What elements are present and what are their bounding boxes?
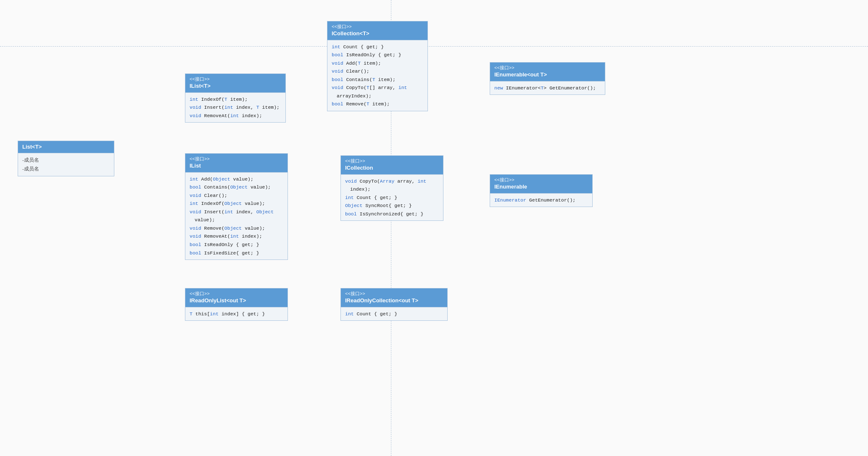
member: value); — [190, 216, 283, 224]
member: T this[int index] { get; } — [190, 310, 283, 318]
member: int Count { get; } — [345, 310, 443, 318]
box-icollection-t-body: int Count { get; } bool IsReadOnly { get… — [327, 40, 427, 111]
member: int Add(Object value); — [190, 175, 283, 183]
member: void Insert(int index, T item); — [190, 103, 281, 112]
box-ireadonlylist-t-header: <<接口>> IReadOnlyList<out T> — [185, 288, 288, 307]
member: bool IsReadOnly { get; } — [332, 51, 423, 59]
member: bool IsFixedSize{ get; } — [190, 249, 283, 257]
member: void CopyTo(Array array, int — [345, 177, 439, 186]
box-ilist-t-header: <<接口>> IList<T> — [185, 74, 285, 92]
member: bool Contains(Object value); — [190, 183, 283, 191]
box-icollection-t-header: <<接口>> ICollection<T> — [327, 21, 427, 40]
box-ienumerable-t-header: <<接口>> IEnumerable<out T> — [490, 63, 605, 81]
box-list-t-body: -成员名 -成员名 — [18, 153, 114, 176]
box-icollection-body: void CopyTo(Array array, int index); int… — [341, 174, 443, 221]
classname: IEnumerable<out T> — [494, 71, 601, 79]
member: void Add(T item); — [332, 59, 423, 68]
classname: ICollection<T> — [332, 30, 423, 37]
stereotype: <<接口>> — [494, 177, 588, 183]
box-ireadonlycollection-t: <<接口>> IReadOnlyCollection<out T> int Co… — [340, 288, 448, 321]
member: Object SyncRoot{ get; } — [345, 202, 439, 210]
box-ilist-header: <<接口>> IList — [185, 154, 288, 172]
member: bool Contains(T item); — [332, 76, 423, 84]
member: -成员名 — [22, 156, 110, 165]
classname: ICollection — [345, 164, 439, 172]
box-ireadonlylist-t-body: T this[int index] { get; } — [185, 307, 288, 321]
member: void CopyTo(T[] array, int — [332, 84, 423, 92]
classname: IReadOnlyList<out T> — [190, 297, 283, 304]
member: int Count { get; } — [332, 43, 423, 51]
member: void Clear(); — [332, 67, 423, 76]
box-list-t: List<T> -成员名 -成员名 — [18, 141, 114, 176]
member: void Remove(Object value); — [190, 224, 283, 233]
box-ienumerable-body: IEnumerator GetEnumerator(); — [490, 193, 592, 207]
member: void Insert(int index, Object — [190, 208, 283, 216]
box-ireadonlylist-t: <<接口>> IReadOnlyList<out T> T this[int i… — [185, 288, 288, 321]
member: int Count { get; } — [345, 194, 439, 202]
classname: IList — [190, 162, 283, 170]
stereotype: <<接口>> — [190, 291, 283, 297]
stereotype: <<接口>> — [332, 24, 423, 30]
box-ilist: <<接口>> IList int Add(Object value); bool… — [185, 153, 288, 260]
box-icollection-header: <<接口>> ICollection — [341, 156, 443, 174]
member: void RemoveAt(int index); — [190, 112, 281, 120]
divider-horizontal — [0, 46, 868, 47]
member: bool Remove(T item); — [332, 100, 423, 108]
stereotype: <<接口>> — [494, 65, 601, 71]
box-ienumerable: <<接口>> IEnumerable IEnumerator GetEnumer… — [490, 174, 593, 207]
member: arrayIndex); — [332, 92, 423, 100]
member: int IndexOf(Object value); — [190, 199, 283, 208]
box-ilist-t: <<接口>> IList<T> int IndexOf(T item); voi… — [185, 73, 286, 123]
member: void RemoveAt(int index); — [190, 232, 283, 241]
box-ienumerable-header: <<接口>> IEnumerable — [490, 175, 592, 193]
stereotype: <<接口>> — [190, 76, 281, 82]
member: int IndexOf(T item); — [190, 95, 281, 104]
classname: IReadOnlyCollection<out T> — [345, 297, 443, 304]
member: bool IsSynchronized{ get; } — [345, 210, 439, 218]
canvas: ICollection: dashed line with open arrow… — [0, 0, 868, 456]
stereotype: <<接口>> — [190, 156, 283, 162]
box-ienumerable-t-body: new IEnumerator<T> GetEnumerator(); — [490, 81, 605, 95]
box-list-t-header: List<T> — [18, 141, 114, 153]
box-ilist-body: int Add(Object value); bool Contains(Obj… — [185, 172, 288, 259]
stereotype: <<接口>> — [345, 291, 443, 297]
member: index); — [345, 185, 439, 194]
box-ireadonlycollection-t-body: int Count { get; } — [341, 307, 447, 321]
member: void Clear(); — [190, 191, 283, 200]
classname: IList<T> — [190, 82, 281, 90]
arrows-svg: ICollection: dashed line with open arrow… — [0, 0, 868, 456]
stereotype: <<接口>> — [345, 158, 439, 164]
member: IEnumerator GetEnumerator(); — [494, 196, 588, 204]
box-ilist-t-body: int IndexOf(T item); void Insert(int ind… — [185, 92, 285, 123]
member: -成员名 — [22, 165, 110, 173]
classname: List<T> — [22, 143, 110, 151]
member: new IEnumerator<T> GetEnumerator(); — [494, 84, 601, 92]
classname: IEnumerable — [494, 183, 588, 191]
box-icollection: <<接口>> ICollection void CopyTo(Array arr… — [340, 155, 443, 221]
box-ireadonlycollection-t-header: <<接口>> IReadOnlyCollection<out T> — [341, 288, 447, 307]
box-icollection-t: <<接口>> ICollection<T> int Count { get; }… — [327, 21, 428, 111]
member: bool IsReadOnly { get; } — [190, 241, 283, 249]
box-ienumerable-t: <<接口>> IEnumerable<out T> new IEnumerato… — [490, 62, 605, 95]
